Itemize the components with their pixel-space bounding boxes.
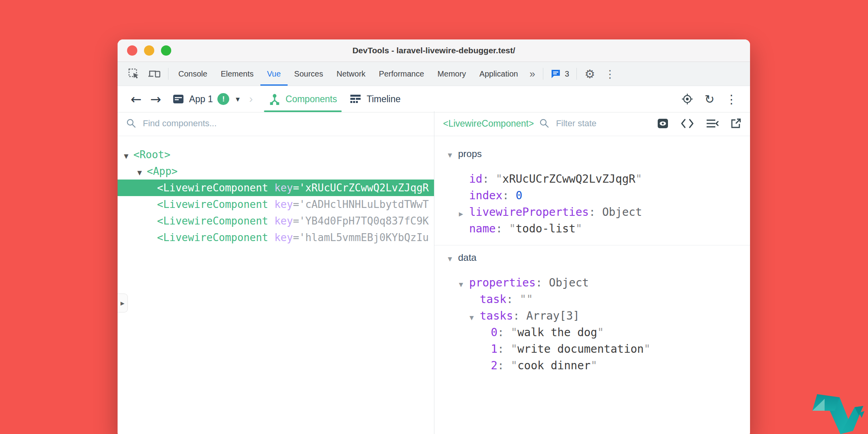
- state-row: task: "": [434, 291, 750, 308]
- state-inspector-panel: <LivewireComponent>: [434, 111, 750, 434]
- state-row: 1: "write documentation": [434, 341, 750, 357]
- device-toolbar-icon[interactable]: [144, 62, 165, 86]
- tab-elements[interactable]: Elements: [214, 62, 260, 86]
- attr-key-name: key: [274, 198, 293, 210]
- state-value: Object: [602, 206, 642, 219]
- search-icon: [126, 118, 137, 129]
- state-value: Object: [549, 276, 589, 289]
- key-value-separator: :: [506, 293, 520, 306]
- component-name: <LivewireComponent: [157, 215, 274, 227]
- find-components-input[interactable]: [142, 118, 425, 129]
- state-row: index: 0: [434, 187, 750, 204]
- tab-memory[interactable]: Memory: [431, 62, 473, 86]
- chevron-right-icon: ▶: [121, 300, 125, 306]
- close-window-button[interactable]: [127, 45, 137, 56]
- tab-timeline[interactable]: Timeline: [343, 86, 407, 112]
- expander-icon[interactable]: ▼: [448, 147, 458, 163]
- state-key: 0: [491, 326, 498, 339]
- filter-state-input[interactable]: [555, 118, 616, 129]
- state-key: id: [469, 172, 483, 185]
- inspect-element-icon[interactable]: [124, 62, 144, 86]
- app-selector[interactable]: App 1 ! ▾: [172, 93, 239, 105]
- issues-button[interactable]: 3: [546, 69, 573, 79]
- tab-performance[interactable]: Performance: [372, 62, 431, 86]
- key-value-separator: :: [589, 206, 602, 219]
- state-value: "cook dinner": [511, 359, 597, 372]
- back-button[interactable]: ←: [126, 92, 146, 107]
- app-selector-label: App 1: [189, 94, 213, 105]
- traffic-lights: [127, 39, 171, 62]
- components-icon: [269, 93, 281, 105]
- tree-row-tag[interactable]: ▼<Root>: [118, 146, 434, 163]
- window-titlebar: DevTools - laravel-livewire-debugger.tes…: [118, 39, 750, 62]
- more-tabs-button[interactable]: »: [525, 68, 540, 80]
- devtools-menu-icon[interactable]: ⋮: [600, 68, 620, 80]
- expander-icon[interactable]: ▼: [124, 148, 133, 163]
- state-key: name: [469, 222, 496, 235]
- state-row[interactable]: ▼tasks: Array[3]: [434, 308, 750, 324]
- key-value-separator: :: [513, 309, 526, 322]
- collapse-all-icon[interactable]: [706, 118, 718, 129]
- tab-components[interactable]: Components: [262, 86, 343, 112]
- tab-sources[interactable]: Sources: [288, 62, 330, 86]
- state-value: "": [520, 293, 533, 306]
- settings-gear-icon[interactable]: ⚙: [580, 67, 600, 81]
- key-value-separator: :: [498, 359, 511, 372]
- component-name: <LivewireComponent: [157, 232, 274, 243]
- tab-application[interactable]: Application: [473, 62, 525, 86]
- state-row[interactable]: ▶livewireProperties: Object: [434, 204, 750, 221]
- expander-icon[interactable]: ▼: [137, 165, 147, 180]
- app-window-icon: [172, 94, 184, 104]
- state-value: Array[3]: [526, 309, 580, 322]
- more-options-icon[interactable]: ⋮: [722, 92, 741, 106]
- sidebar-expander-handle[interactable]: ▶: [118, 294, 128, 312]
- issues-count: 3: [565, 69, 569, 79]
- tree-row-tag[interactable]: ▼<App>: [118, 163, 434, 180]
- message-bubble-icon: [550, 69, 561, 79]
- state-section-data: ▼data▼properties: Objecttask: ""▼tasks: …: [434, 245, 750, 374]
- refresh-icon[interactable]: ↻: [701, 92, 718, 106]
- expander-icon[interactable]: ▼: [470, 309, 480, 324]
- key-value-separator: :: [498, 326, 511, 339]
- tab-network[interactable]: Network: [330, 62, 372, 86]
- section-header[interactable]: ▼props: [434, 146, 750, 162]
- state-row: 2: "cook dinner": [434, 357, 750, 374]
- state-row[interactable]: ▼properties: Object: [434, 275, 750, 291]
- tab-vue[interactable]: Vue: [260, 62, 288, 86]
- window-title: DevTools - laravel-livewire-debugger.tes…: [352, 46, 515, 55]
- key-value-separator: :: [483, 172, 496, 185]
- tree-row-component[interactable]: <LivewireComponent key='YB4d0FpH7TQ0q837…: [118, 213, 434, 229]
- tab-components-label: Components: [286, 94, 337, 105]
- forward-button[interactable]: →: [146, 92, 166, 107]
- tree-row-component[interactable]: <LivewireComponent key='xRUcUCrZCwwQ2LvZ…: [118, 180, 434, 196]
- tree-row-component[interactable]: <LivewireComponent key='hlamL5vmmEBj0KYb…: [118, 229, 434, 246]
- inspect-dom-icon[interactable]: [681, 118, 694, 129]
- expander-icon[interactable]: ▼: [459, 276, 469, 291]
- tab-console[interactable]: Console: [172, 62, 214, 86]
- state-key: task: [480, 293, 506, 306]
- expander-icon[interactable]: ▶: [459, 206, 469, 221]
- select-component-target-icon[interactable]: [677, 93, 698, 105]
- tree-row-component[interactable]: <LivewireComponent key='cADHclHNHLuLbytd…: [118, 196, 434, 213]
- maximize-window-button[interactable]: [161, 45, 171, 56]
- minimize-window-button[interactable]: [144, 45, 154, 56]
- state-section-props: ▼propsid: "xRUcUCrZCwwQ2LvZJqgR"index: 0…: [434, 146, 750, 237]
- component-name: <LivewireComponent: [157, 198, 274, 210]
- state-row: 0: "walk the dog": [434, 324, 750, 341]
- attr-key-name: key: [274, 182, 293, 194]
- key-value-separator: :: [536, 276, 549, 289]
- tree-search-bar: [118, 111, 434, 136]
- state-row: id: "xRUcUCrZCwwQ2LvZJqgR": [434, 171, 750, 187]
- attr-key-value: ='xRUcUCrZCwwQ2LvZJqgR: [293, 182, 428, 194]
- section-title: props: [458, 148, 482, 159]
- open-in-editor-icon[interactable]: [730, 118, 741, 129]
- expander-icon[interactable]: ▼: [448, 251, 458, 267]
- inspect-component-icon[interactable]: [657, 118, 669, 129]
- app-status-badge: !: [217, 93, 229, 105]
- selected-component-tag: <LivewireComponent>: [443, 118, 534, 129]
- chevron-separator-icon: ›: [249, 93, 253, 105]
- key-value-separator: :: [498, 342, 511, 355]
- devtools-tabs: ConsoleElementsVueSourcesNetworkPerforma…: [172, 62, 525, 86]
- section-header[interactable]: ▼data: [434, 249, 750, 266]
- section-title: data: [458, 252, 477, 263]
